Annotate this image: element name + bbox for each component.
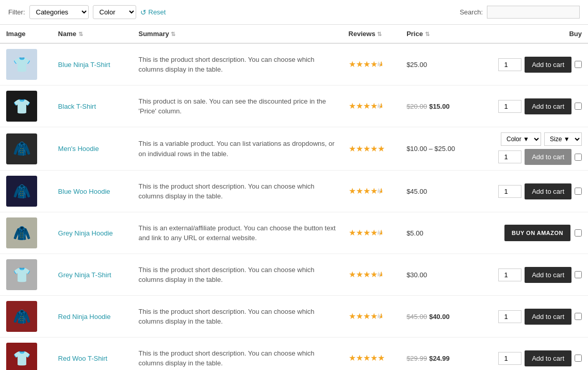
product-rating: ★★★★★★ [349, 313, 382, 321]
product-price-cell: $10.00 – $25.00 [400, 127, 473, 171]
product-name-cell: Grey Ninja Hoodie [52, 212, 133, 254]
product-image: 🧥 [6, 176, 37, 207]
product-price-cell: $5.00 [400, 212, 473, 254]
product-name-cell: Blue Woo Hoodie [52, 171, 133, 212]
header-reviews[interactable]: Reviews ⇅ [342, 25, 401, 43]
buy-checkbox[interactable] [575, 188, 582, 195]
add-to-cart-button[interactable]: Add to cart [525, 267, 571, 283]
product-summary: This is the product short description. Y… [138, 308, 314, 326]
buy-checkbox[interactable] [575, 355, 582, 362]
product-link[interactable]: Grey Ninja Hoodie [58, 229, 113, 237]
table-header: Image Name ⇅ Summary ⇅ Reviews ⇅ Price ⇅… [0, 25, 588, 43]
size-variation-select[interactable]: Size ▼ [544, 132, 582, 146]
product-name-cell: Men's Hoodie [52, 127, 133, 171]
product-name-cell: Grey Ninja T-Shirt [52, 254, 133, 296]
buy-checkbox[interactable] [575, 154, 582, 161]
product-rating: ★★★★★ [349, 145, 385, 153]
product-price-sale: $24.99 [429, 355, 450, 362]
search-label: Search: [460, 8, 483, 16]
header-name[interactable]: Name ⇅ [52, 25, 133, 43]
product-buy-cell: Add to cart [473, 86, 588, 127]
product-buy-cell: Add to cart [473, 43, 588, 86]
toolbar: Filter: Categories Color ↺ Reset Search: [0, 0, 588, 25]
product-summary-cell: This product is on sale. You can see the… [132, 86, 342, 127]
table-row: 🧥Men's HoodieThis is a variable product.… [0, 127, 588, 171]
product-buy-cell: Add to cart [473, 338, 588, 371]
product-buy-cell: Add to cart [473, 296, 588, 338]
categories-filter[interactable]: Categories [29, 5, 89, 19]
product-link[interactable]: Black T-Shirt [58, 103, 96, 110]
product-price: $5.00 [406, 229, 423, 237]
product-link[interactable]: Red Woo T-Shirt [58, 355, 108, 362]
qty-input[interactable] [498, 352, 521, 365]
add-to-cart-button[interactable]: Add to cart [525, 57, 571, 73]
table-row: 👕Grey Ninja T-ShirtThis is the product s… [0, 254, 588, 296]
header-summary[interactable]: Summary ⇅ [132, 25, 342, 43]
qty-input[interactable] [498, 310, 521, 323]
product-price-cell: $25.00 [400, 43, 473, 86]
product-image-cell: 🧥 [0, 212, 52, 254]
product-link[interactable]: Grey Ninja T-Shirt [58, 271, 111, 279]
buy-checkbox[interactable] [575, 103, 582, 110]
buy-checkbox[interactable] [575, 61, 582, 68]
product-price-cell: $45.00$40.00 [400, 296, 473, 338]
qty-input[interactable] [498, 150, 521, 163]
product-reviews-cell: ★★★★★★ [342, 43, 401, 86]
qty-input[interactable] [498, 268, 521, 281]
product-rating: ★★★★★★ [349, 188, 382, 195]
product-image-cell: 👕 [0, 254, 52, 296]
buy-checkbox[interactable] [575, 229, 582, 237]
color-filter[interactable]: Color [93, 5, 136, 19]
table-row: 🧥Blue Woo HoodieThis is the product shor… [0, 171, 588, 212]
product-rating: ★★★★★★ [349, 103, 382, 110]
product-price-sale: $40.00 [429, 313, 450, 321]
product-price-sale: $15.00 [429, 103, 450, 110]
color-variation-select[interactable]: Color ▼ [501, 132, 541, 146]
header-image: Image [0, 25, 52, 43]
buy-amazon-button[interactable]: BUY ON AMAZON [504, 225, 570, 241]
product-name-cell: Red Woo T-Shirt [52, 338, 133, 371]
product-link[interactable]: Blue Ninja T-Shirt [58, 61, 110, 69]
buy-checkbox[interactable] [575, 313, 582, 320]
product-summary-cell: This is the product short description. Y… [132, 171, 342, 212]
product-summary-cell: This is the product short description. Y… [132, 254, 342, 296]
product-name-cell: Blue Ninja T-Shirt [52, 43, 133, 86]
product-price-original: $20.00 [406, 103, 427, 110]
product-link[interactable]: Blue Woo Hoodie [58, 188, 110, 195]
product-summary: This is a variable product. You can list… [138, 140, 334, 158]
qty-input[interactable] [498, 185, 521, 198]
reset-button[interactable]: ↺ Reset [140, 8, 166, 16]
add-to-cart-button[interactable]: Add to cart [525, 149, 571, 165]
product-buy-cell: Add to cart [473, 254, 588, 296]
header-price[interactable]: Price ⇅ [400, 25, 473, 43]
product-reviews-cell: ★★★★★★ [342, 86, 401, 127]
product-price-original: $45.00 [406, 313, 427, 321]
product-summary: This is the product short description. Y… [138, 56, 314, 74]
product-summary: This is the product short description. Y… [138, 266, 314, 284]
product-link[interactable]: Men's Hoodie [58, 145, 99, 153]
product-price-cell: $45.00 [400, 171, 473, 212]
product-price: $30.00 [406, 271, 427, 279]
table-row: 🧥Grey Ninja HoodieThis is an external/af… [0, 212, 588, 254]
product-link[interactable]: Red Ninja Hoodie [58, 313, 111, 321]
product-reviews-cell: ★★★★★★ [342, 212, 401, 254]
product-image: 🧥 [6, 133, 37, 164]
qty-input[interactable] [498, 58, 521, 71]
table-row: 🧥Red Ninja HoodieThis is the product sho… [0, 296, 588, 338]
sort-icon-price: ⇅ [425, 31, 430, 37]
product-reviews-cell: ★★★★★★ [342, 171, 401, 212]
add-to-cart-button[interactable]: Add to cart [525, 183, 571, 199]
product-image: 👕 [6, 259, 37, 290]
buy-checkbox[interactable] [575, 271, 582, 278]
table-row: 👕Blue Ninja T-ShirtThis is the product s… [0, 43, 588, 86]
qty-input[interactable] [498, 100, 521, 113]
products-table: Image Name ⇅ Summary ⇅ Reviews ⇅ Price ⇅… [0, 25, 588, 370]
search-input[interactable] [487, 6, 580, 19]
add-to-cart-button[interactable]: Add to cart [525, 98, 571, 114]
header-buy: Buy [473, 25, 588, 43]
add-to-cart-button[interactable]: Add to cart [525, 309, 571, 325]
product-image-cell: 🧥 [0, 171, 52, 212]
add-to-cart-button[interactable]: Add to cart [525, 350, 571, 366]
filter-label: Filter: [8, 8, 25, 16]
product-image: 🧥 [6, 217, 37, 248]
